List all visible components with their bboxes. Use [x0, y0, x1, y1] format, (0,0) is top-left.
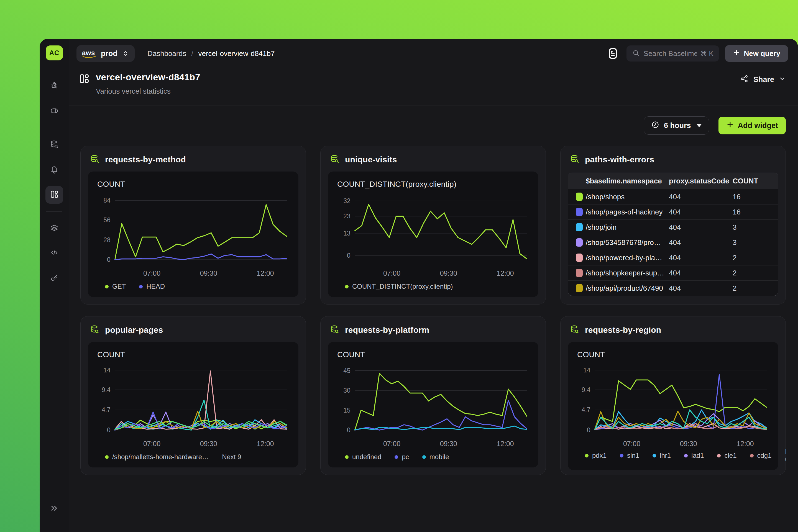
new-query-button[interactable]: New query — [725, 45, 788, 62]
plus-icon — [733, 49, 740, 58]
legend-item[interactable]: cdg1 — [750, 452, 772, 459]
y-tick-label: 9.4 — [582, 386, 590, 394]
bell-icon — [50, 165, 59, 175]
widget-header[interactable]: requests-by-method — [81, 146, 306, 170]
sidebar-item-api-keys[interactable] — [45, 269, 63, 287]
legend-label: /shop/malletts-home-hardware… — [112, 453, 209, 461]
table-row[interactable]: /shop/shops40416 — [568, 189, 778, 204]
y-tick-label: 32 — [343, 197, 350, 205]
sidebar-item-errors[interactable] — [45, 78, 63, 95]
table-row[interactable]: /shop/pages-of-hackney40416 — [568, 204, 778, 220]
table-row[interactable]: /shop/shopkeeper-support4042 — [568, 265, 778, 280]
breadcrumb-dashboards[interactable]: Dashboards — [147, 49, 186, 58]
chart-legend: COUNT_DISTINCT(proxy.clientip) — [337, 283, 529, 290]
cell-count: 3 — [733, 238, 778, 247]
legend-dot — [684, 454, 688, 457]
line-chart[interactable]: 013233207:0009:3012:00 — [337, 191, 529, 277]
sidebar-item-queries[interactable] — [45, 136, 63, 154]
changelog-button[interactable] — [606, 46, 620, 60]
y-tick-label: 56 — [103, 216, 110, 224]
legend-item[interactable]: COUNT_DISTINCT(proxy.clientip) — [345, 283, 453, 290]
widget-header[interactable]: unique-visits — [321, 146, 546, 170]
search-input[interactable] — [644, 49, 697, 58]
sidebar-item-services[interactable] — [45, 220, 63, 237]
widget-header[interactable]: requests-by-platform — [321, 317, 546, 341]
query-database-icon — [330, 154, 339, 165]
legend-label: undefined — [352, 453, 381, 461]
query-database-icon — [90, 154, 99, 165]
y-tick-label: 4.7 — [102, 406, 111, 413]
add-widget-button[interactable]: Add widget — [719, 117, 786, 134]
breadcrumb: Dashboards / vercel-overview-d841b7 — [147, 49, 274, 58]
x-tick-label: 09:30 — [680, 440, 697, 448]
search-bar[interactable]: ⌘ K — [626, 45, 719, 61]
share-button[interactable]: Share — [740, 74, 786, 85]
table-row[interactable]: /shop/join4043 — [568, 220, 778, 235]
row-color-swatch — [576, 238, 583, 247]
topbar: aws prod Dashboards / vercel-overview-d8… — [69, 39, 798, 68]
sidebar-divider — [46, 211, 62, 212]
legend-item[interactable]: HEAD — [139, 283, 165, 290]
widget-title: requests-by-platform — [345, 325, 429, 335]
expand-sidebar-button[interactable] — [45, 500, 63, 518]
legend-item[interactable]: pc — [395, 453, 409, 461]
sidebar-item-dashboards[interactable] — [45, 186, 63, 204]
legend-item[interactable]: lhr1 — [652, 452, 671, 459]
line-chart[interactable]: 015304507:0009:3012:00 — [337, 361, 529, 448]
aws-logo: aws — [82, 49, 96, 58]
legend-item[interactable]: sin1 — [620, 452, 639, 459]
legend-item[interactable]: pdx1 — [585, 452, 607, 459]
y-tick-label: 14 — [583, 366, 590, 374]
cell-status-code: 404 — [669, 193, 733, 201]
cell-status-code: 404 — [669, 253, 733, 262]
line-chart[interactable]: 04.79.41407:0009:3012:00 — [97, 361, 289, 448]
page-subtitle: Various vercel statistics — [96, 87, 200, 96]
legend-item[interactable]: undefined — [345, 453, 381, 461]
avatar[interactable]: AC — [46, 45, 63, 60]
widget-header[interactable]: paths-with-errors — [560, 146, 785, 170]
legend-item[interactable]: iad1 — [684, 452, 704, 459]
chart-legend: undefinedpcmobile — [337, 453, 529, 461]
series-series-8 — [115, 421, 287, 429]
line-chart[interactable]: 04.79.41407:0009:3012:00 — [577, 361, 769, 448]
legend-item[interactable]: /shop/malletts-home-hardware… — [105, 453, 209, 461]
cell-namespace: /shop/534587678/product… — [586, 238, 669, 247]
chart-panel: COUNT 028568407:0009:3012:00 GETHEAD — [88, 172, 299, 297]
environment-selector[interactable]: aws prod — [76, 45, 135, 62]
line-chart[interactable]: 028568407:0009:3012:00 — [97, 191, 289, 277]
legend-label: GET — [112, 283, 126, 290]
clock-icon — [651, 120, 660, 131]
table-row[interactable]: /shop/powered-by-plants4042 — [568, 250, 778, 265]
widget-title: requests-by-method — [105, 155, 186, 164]
legend-item[interactable]: GET — [105, 283, 126, 290]
series-COUNT_DISTINCT(proxy.clientip) — [355, 205, 527, 259]
table-row[interactable]: /shop/api/product/674904042 — [568, 280, 778, 296]
sidebar-item-alerts[interactable] — [45, 161, 63, 179]
cell-namespace: /shop/shops — [586, 193, 669, 201]
x-tick-label: 09:30 — [440, 269, 457, 277]
legend-label: HEAD — [146, 283, 165, 290]
widget-header[interactable]: popular-pages — [81, 317, 306, 341]
code-icon — [50, 248, 59, 258]
cell-count: 3 — [733, 223, 778, 232]
search-shortcut: ⌘ K — [701, 50, 714, 57]
dashboard-controls: 6 hours Add widget — [69, 106, 798, 135]
y-tick-label: 0 — [347, 252, 350, 259]
time-range-selector[interactable]: 6 hours — [644, 116, 709, 135]
legend-item[interactable]: mobile — [422, 453, 449, 461]
column-count: COUNT — [733, 177, 778, 185]
cell-count: 2 — [733, 253, 778, 262]
y-tick-label: 4.7 — [582, 406, 590, 413]
legend-dot — [345, 285, 348, 288]
cell-count: 2 — [733, 269, 778, 277]
legend-more: Next 9 — [222, 453, 241, 461]
widget-header[interactable]: requests-by-region — [560, 317, 785, 341]
dashboard-icon — [50, 190, 59, 200]
sidebar-item-code[interactable] — [45, 244, 63, 262]
legend-item[interactable]: cle1 — [717, 452, 737, 459]
sidebar: AC — [40, 39, 69, 532]
legend-dot — [139, 285, 143, 288]
table-row[interactable]: /shop/534587678/product…4043 — [568, 235, 778, 250]
row-color-swatch — [576, 208, 583, 216]
sidebar-item-containers[interactable] — [45, 102, 63, 120]
